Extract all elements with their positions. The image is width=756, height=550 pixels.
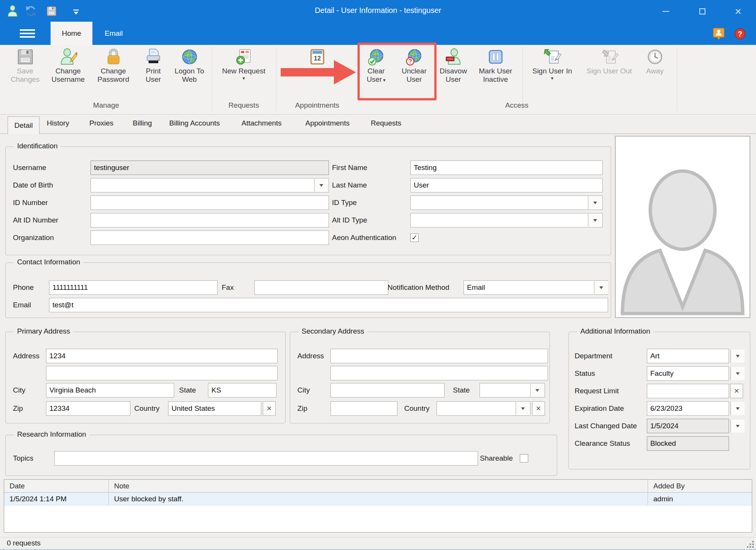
id-type-field[interactable] <box>410 196 603 210</box>
column-header-added-by[interactable]: Added By <box>648 480 753 492</box>
notification-method-field[interactable]: Email <box>464 280 608 295</box>
zip-field[interactable]: 12334 <box>46 401 130 416</box>
clear-country-button[interactable]: × <box>263 401 276 416</box>
detail-tab-strip: Detail History Proxies Billing Billing A… <box>0 114 756 134</box>
user-tooltip-icon[interactable] <box>712 27 726 41</box>
state-field[interactable]: KS <box>208 383 276 397</box>
clear-country-button[interactable]: × <box>532 401 545 416</box>
dropdown-button[interactable] <box>314 179 328 192</box>
user-badge-icon <box>445 48 462 66</box>
primary-address-section: Primary Address Address 1234 City Virgin… <box>5 332 286 423</box>
user-photo-placeholder[interactable] <box>615 136 750 318</box>
country-field[interactable] <box>437 401 530 416</box>
first-name-field[interactable]: Testing <box>410 161 603 175</box>
aeon-authentication-checkbox[interactable] <box>410 234 419 242</box>
request-limit-field[interactable] <box>647 384 729 398</box>
clearance-status-field: Blocked <box>647 436 729 451</box>
date-of-birth-field[interactable] <box>91 178 329 192</box>
organization-field[interactable] <box>91 230 329 245</box>
sign-user-in-button[interactable]: Sign User In ▾ <box>527 48 577 81</box>
globe-icon <box>181 48 199 66</box>
close-button[interactable]: × <box>729 5 747 17</box>
last-changed-date-field[interactable]: 1/5/2024 <box>647 419 729 433</box>
expiration-date-field[interactable]: 6/23/2023 <box>647 401 729 416</box>
avatar-silhouette-icon <box>616 137 750 317</box>
tab-home[interactable]: Home <box>51 22 92 45</box>
pause-icon <box>487 48 505 66</box>
username-field[interactable]: testinguser <box>91 161 329 175</box>
address-line1-field[interactable] <box>330 349 548 363</box>
menu-hamburger-icon[interactable] <box>20 29 35 38</box>
tab-attachments[interactable]: Attachments <box>241 119 282 127</box>
globe-check-icon <box>367 48 385 66</box>
group-label-manage: Manage <box>87 101 125 110</box>
table-row[interactable]: 1/5/2024 1:14 PM User blocked by staff. … <box>4 493 752 505</box>
state-field[interactable] <box>480 383 545 397</box>
dropdown-button[interactable] <box>594 281 608 294</box>
shareable-checkbox[interactable] <box>520 454 528 463</box>
dropdown-caret-icon: ▾ <box>383 77 386 83</box>
dropdown-button[interactable] <box>731 350 745 362</box>
zip-field[interactable] <box>330 401 397 416</box>
maximize-button[interactable] <box>694 5 711 17</box>
svg-text:?: ? <box>738 30 742 38</box>
topics-field[interactable] <box>54 451 478 466</box>
minimize-button[interactable] <box>657 5 675 17</box>
logon-to-web-button[interactable]: Logon To Web <box>171 48 208 84</box>
tab-appointments[interactable]: Appointments <box>305 119 349 127</box>
mark-user-inactive-button[interactable]: Mark User Inactive <box>473 48 518 84</box>
address-line2-field[interactable] <box>330 366 548 380</box>
tab-requests[interactable]: Requests <box>371 119 401 127</box>
email-field[interactable]: test@t <box>49 298 608 312</box>
city-field[interactable]: Virginia Beach <box>46 383 174 397</box>
phone-field[interactable]: 1111111111 <box>49 280 218 295</box>
dropdown-button[interactable] <box>731 402 745 415</box>
section-title: Contact Information <box>14 258 83 266</box>
tab-billing[interactable]: Billing <box>133 119 152 127</box>
tab-email[interactable]: Email <box>97 22 130 45</box>
clear-request-limit-button[interactable]: × <box>730 384 743 398</box>
department-field[interactable]: Art <box>647 349 729 363</box>
status-field[interactable]: Faculty <box>647 366 729 381</box>
save-changes-button: Save Changes <box>8 48 43 84</box>
address-line1-field[interactable]: 1234 <box>46 349 278 363</box>
print-user-button[interactable]: Print User <box>137 48 169 84</box>
detail-form: Identification Username testinguser Date… <box>0 134 756 537</box>
column-header-note[interactable]: Note <box>109 480 648 492</box>
address-line2-field[interactable] <box>46 366 278 380</box>
resize-grip[interactable] <box>746 540 754 548</box>
sign-in-icon <box>543 48 561 66</box>
help-icon[interactable]: ? <box>733 27 747 41</box>
last-name-field[interactable]: User <box>410 178 603 192</box>
dropdown-button[interactable] <box>588 196 602 209</box>
country-field[interactable]: United States <box>168 401 261 416</box>
dropdown-button[interactable] <box>731 420 745 432</box>
new-appointment-button[interactable]: 12 New Appointment <box>279 48 355 75</box>
dropdown-button[interactable] <box>530 384 544 397</box>
alt-id-type-field[interactable] <box>410 213 603 227</box>
away-button: Away <box>640 48 670 75</box>
close-icon: × <box>735 6 742 17</box>
dropdown-button[interactable] <box>731 367 745 380</box>
new-request-button[interactable]: New Request ▾ <box>215 48 272 81</box>
unclear-user-button[interactable]: ? Unclear User <box>396 48 432 84</box>
change-username-button[interactable]: Change Username <box>46 48 91 84</box>
alt-id-number-field[interactable] <box>91 213 329 227</box>
tab-history[interactable]: History <box>47 119 69 127</box>
tab-billing-accounts[interactable]: Billing Accounts <box>169 119 220 127</box>
disavow-user-button[interactable]: Disavow User <box>434 48 472 84</box>
dropdown-button[interactable] <box>588 214 602 227</box>
clear-user-button[interactable]: Clear User▾ <box>359 48 394 84</box>
change-password-button[interactable]: Change Password <box>91 48 136 84</box>
id-number-field[interactable] <box>91 196 329 210</box>
clock-icon <box>646 48 664 66</box>
dropdown-button[interactable] <box>516 402 530 415</box>
column-header-date[interactable]: Date <box>4 480 109 492</box>
city-field[interactable] <box>330 383 445 397</box>
fax-field[interactable] <box>254 280 388 295</box>
tab-proxies[interactable]: Proxies <box>89 119 113 127</box>
note-added-by-cell: admin <box>648 493 753 505</box>
ribbon-tab-strip: Home Email ? <box>0 22 756 45</box>
dropdown-caret-icon: ▾ <box>551 76 554 81</box>
tab-detail[interactable]: Detail <box>8 116 40 134</box>
